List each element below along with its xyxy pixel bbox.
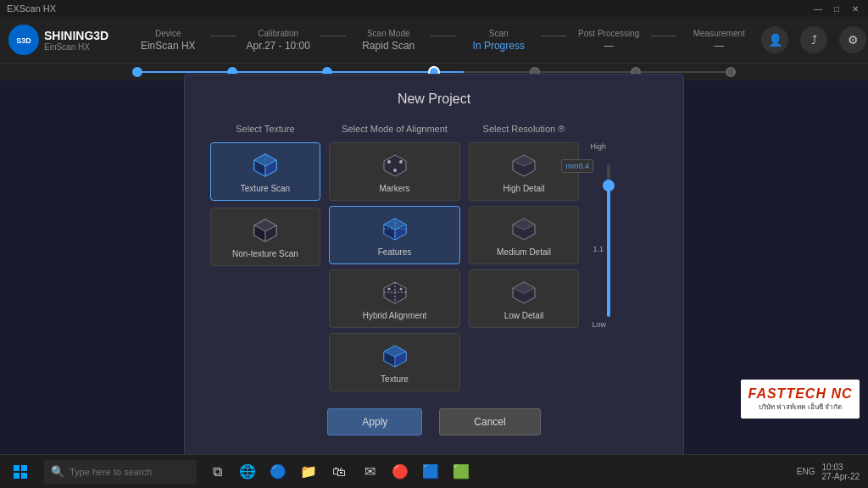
step-scan-mode: Scan Mode Rapid Scan [346, 29, 431, 52]
medium-detail-label: Medium Detail [497, 247, 551, 257]
search-input[interactable] [70, 467, 190, 477]
alignment-section: Select Mode of Alignment Markers [329, 124, 460, 391]
texture-alignment-label: Texture [381, 374, 409, 384]
high-detail-label: High Detail [504, 184, 545, 193]
step-post-processing: Post Processing — [566, 29, 651, 52]
non-texture-scan-icon [250, 215, 281, 246]
svg-point-25 [387, 287, 390, 290]
slider-track[interactable] [607, 164, 610, 317]
app3-button[interactable]: 🟩 [448, 455, 475, 489]
nav-bar: S3D SHINING3D EinScan HX Device EinScan … [0, 17, 868, 64]
apply-button[interactable]: Apply [327, 408, 422, 435]
step-calibration: Calibration Apr.27 - 10:00 [236, 29, 320, 52]
brand-name: SHINING3D [44, 29, 108, 42]
texture-section: Select Texture [210, 124, 320, 266]
slider-label-low: Low [592, 320, 606, 329]
hybrid-alignment-card[interactable]: Hybrid Alignment [329, 269, 460, 328]
svg-point-13 [387, 160, 391, 164]
watermark: FASTTECH NC บริษัท ฟาสท์เทค เอ็นซี จำกัด [741, 380, 860, 419]
slider-mm-label: 1.1 [593, 245, 604, 253]
low-detail-icon [509, 277, 539, 308]
medium-detail-card[interactable]: Medium Detail [469, 206, 579, 264]
maximize-button[interactable]: □ [831, 3, 843, 14]
watermark-sub: บริษัท ฟาสท์เทค เอ็นซี จำกัด [759, 402, 842, 413]
svg-rect-37 [14, 465, 19, 471]
explorer-button[interactable]: 📁 [295, 455, 322, 489]
high-detail-icon [509, 150, 539, 180]
slider-section: High mm0.4 1.1 Low [587, 124, 630, 391]
dialog-buttons: Apply Cancel [210, 408, 658, 435]
texture-heading: Select Texture [236, 124, 295, 134]
chrome-button[interactable]: 🔵 [264, 455, 292, 489]
slider-thumb[interactable] [603, 180, 615, 191]
hybrid-alignment-label: Hybrid Alignment [363, 311, 427, 320]
non-texture-scan-card[interactable]: Non-texture Scan [210, 208, 320, 266]
low-detail-card[interactable]: Low Detail [469, 269, 579, 328]
nav-icons: 👤 ⤴ ⚙ ? [761, 26, 868, 53]
app1-button[interactable]: 🔴 [387, 455, 414, 489]
step-divider [320, 36, 346, 36]
texture-alignment-card[interactable]: Texture [329, 333, 460, 391]
slider-label-high: High [590, 142, 606, 151]
taskbar-search[interactable]: 🔍 [44, 460, 197, 484]
features-icon [380, 214, 410, 244]
app2-button[interactable]: 🟦 [417, 455, 444, 489]
share-button[interactable]: ⤴ [800, 26, 827, 53]
brand-logo: S3D [8, 25, 39, 55]
taskbar-date: 27-Apr-22 [822, 472, 860, 481]
main-content: New Project Select Texture [0, 80, 868, 454]
taskbar-pinned-icons: ⧉ 🌐 🔵 📁 🛍 ✉ 🔴 🟦 🟩 [203, 455, 475, 489]
watermark-text: FASTTECH NC [748, 386, 853, 402]
app-title: EXScan HX [7, 3, 56, 14]
features-card[interactable]: Features [329, 206, 460, 264]
non-texture-scan-label: Non-texture Scan [232, 249, 298, 258]
edge-button[interactable]: 🌐 [234, 455, 261, 489]
medium-detail-icon [509, 214, 539, 244]
title-bar: EXScan HX — □ ✕ [0, 0, 868, 17]
start-button[interactable] [0, 455, 41, 489]
step-device: Device EinScan HX [125, 29, 210, 52]
device-label: EinScan HX [44, 42, 108, 52]
taskbar-right: ENG 10:03 27-Apr-22 [797, 463, 868, 481]
cancel-button[interactable]: Cancel [439, 408, 540, 435]
resolution-heading: Select Resolution ® [483, 124, 565, 134]
texture-scan-card[interactable]: Texture Scan [210, 142, 320, 201]
low-detail-label: Low Detail [504, 311, 544, 320]
svg-rect-38 [21, 465, 27, 471]
progress-fill [137, 71, 464, 73]
taskview-button[interactable]: ⧉ [203, 455, 231, 489]
step-divider [541, 36, 566, 36]
logo-area: S3D SHINING3D EinScan HX [8, 25, 108, 55]
hybrid-alignment-icon [380, 277, 410, 308]
alignment-cards: Markers [329, 142, 460, 391]
svg-marker-12 [384, 155, 406, 176]
texture-alignment-icon [380, 341, 410, 371]
logo-icon: S3D [14, 30, 33, 49]
markers-card[interactable]: Markers [329, 142, 460, 201]
slider-fill [607, 187, 610, 317]
texture-cards: Texture Scan Non-texture Scan [210, 142, 320, 266]
close-button[interactable]: ✕ [849, 3, 861, 14]
step-divider [651, 36, 676, 36]
dialog-title: New Project [210, 92, 658, 107]
progress-dot-7 [726, 67, 736, 77]
taskbar: 🔍 ⧉ 🌐 🔵 📁 🛍 ✉ 🔴 🟦 🟩 ENG 10:03 27-Apr-22 [0, 454, 868, 488]
svg-text:S3D: S3D [16, 36, 31, 45]
alignment-heading: Select Mode of Alignment [342, 124, 448, 134]
step-divider [431, 36, 456, 36]
svg-rect-40 [21, 473, 27, 479]
window-controls: — □ ✕ [812, 3, 861, 14]
store-button[interactable]: 🛍 [326, 455, 353, 489]
settings-button[interactable]: ⚙ [839, 26, 866, 53]
dialog-sections: Select Texture [210, 124, 658, 391]
step-scan: Scan In Progress [456, 29, 541, 52]
svg-point-15 [393, 169, 397, 172]
step-measurement: Measurement — [676, 29, 761, 52]
profile-button[interactable]: 👤 [761, 26, 788, 53]
mail-button[interactable]: ✉ [356, 455, 383, 489]
resolution-section: Select Resolution ® High Detail [469, 124, 579, 328]
search-icon: 🔍 [51, 465, 64, 478]
windows-icon [13, 464, 28, 480]
minimize-button[interactable]: — [812, 3, 824, 14]
workflow-steps: Device EinScan HX Calibration Apr.27 - 1… [125, 29, 761, 52]
